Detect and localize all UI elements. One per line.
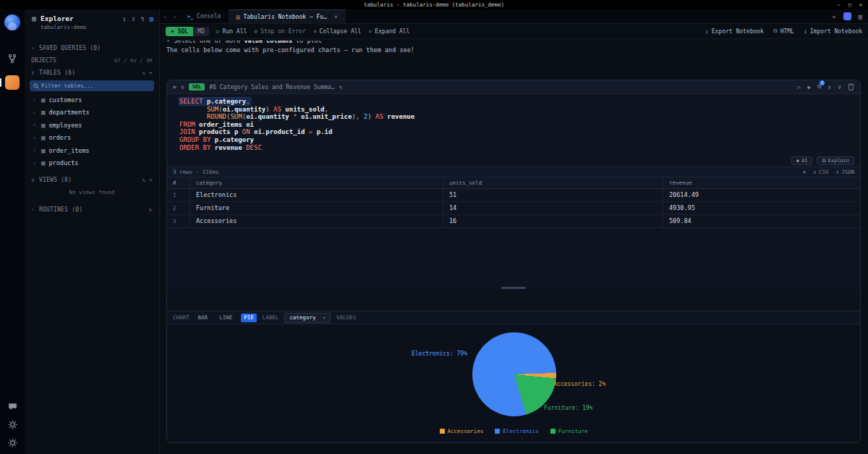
docs-icon[interactable]: ▥ xyxy=(859,13,862,20)
sql-cell: ≡ ∨ SQL #6 Category Sales and Revenue Su… xyxy=(166,80,861,443)
results-toolbar: 3 rows · 116ms ✕ ↧CSV ↧JSON xyxy=(167,167,860,177)
cell-header: ≡ ∨ SQL #6 Category Sales and Revenue Su… xyxy=(167,80,860,94)
app-logo[interactable] xyxy=(4,14,20,30)
resize-handle[interactable] xyxy=(501,287,526,289)
collapse-icon: « xyxy=(312,30,318,33)
download-icon: ↧ xyxy=(813,169,817,175)
sidebar-table-item[interactable]: ›▦employees xyxy=(25,119,159,132)
refresh-routines-icon[interactable]: ↻ xyxy=(149,206,153,213)
run-cell-icon[interactable]: ▷ xyxy=(797,84,801,91)
settings-gear-icon[interactable] xyxy=(8,420,17,429)
preferences-gear-icon[interactable] xyxy=(8,438,17,447)
collapse-cell-icon[interactable]: ∨ xyxy=(181,84,184,91)
chevron-right-icon: › xyxy=(33,109,38,116)
minimize-button[interactable]: — xyxy=(837,2,840,8)
routines-section[interactable]: › ROUTINES (0) ↻ xyxy=(25,203,159,216)
add-sql-cell-button[interactable]: + SQL xyxy=(166,27,193,36)
pie-label-furniture: Furniture: 19% xyxy=(544,405,592,411)
pie-label-electronics: Electronics: 79% xyxy=(380,350,467,357)
values-label: VALUES xyxy=(336,314,356,321)
ai-sparkle-icon[interactable]: ◆ xyxy=(807,84,811,91)
chevron-right-icon: › xyxy=(33,160,38,167)
add-table-icon[interactable]: + xyxy=(149,70,153,76)
saved-queries-section[interactable]: › SAVED QUERIES (0) xyxy=(25,42,159,54)
stop-on-error-button[interactable]: ⊘Stop on Error xyxy=(254,28,305,35)
results-row[interactable]: 1Electronics5120614.49 xyxy=(167,189,860,202)
csv-label: CSV xyxy=(819,169,829,175)
run-all-button[interactable]: ▷Run All xyxy=(216,28,247,35)
expand-all-button[interactable]: »Expand All xyxy=(368,28,409,35)
add-view-icon[interactable]: + xyxy=(149,177,153,183)
sidebar-table-item[interactable]: ›▦departments xyxy=(25,106,159,119)
close-window-button[interactable]: ✕ xyxy=(859,2,862,8)
bolt-icon[interactable]: ↯ xyxy=(140,15,144,22)
console-tab-label: Console xyxy=(197,13,221,20)
move-down-icon[interactable]: ∨ xyxy=(838,84,841,91)
tab-console[interactable]: >_ Console xyxy=(180,9,229,23)
label-field-select[interactable]: category ▾ xyxy=(284,313,331,323)
maximize-button[interactable]: ▢ xyxy=(848,2,851,8)
search-icon xyxy=(33,83,39,89)
chevron-down-icon: ▾ xyxy=(323,315,326,320)
active-connection-icon[interactable] xyxy=(5,75,20,90)
export-notebook-label: Export Notebook xyxy=(712,28,764,35)
run-all-label: Run All xyxy=(223,28,247,35)
clear-results-icon[interactable]: ✕ xyxy=(803,169,807,175)
panel-toggle-icon[interactable]: ▥ xyxy=(150,15,153,22)
chat-icon[interactable] xyxy=(8,402,17,411)
export-icon: ↧ xyxy=(705,28,709,35)
tab-notebook[interactable]: ▤ Tabularis Notebook — Fu… × xyxy=(229,9,346,23)
notebook-icon: ▤ xyxy=(237,14,240,20)
sidebar-table-item[interactable]: ›▦products xyxy=(25,157,159,170)
sidebar-table-item[interactable]: ›▦customers xyxy=(25,93,159,106)
results-row[interactable]: 3Accessories16509.84 xyxy=(167,215,860,228)
table-filter-input[interactable] xyxy=(30,80,154,91)
delete-cell-icon[interactable] xyxy=(848,83,854,91)
pie-chart[interactable] xyxy=(472,332,556,416)
history-back-icon[interactable]: ‹ xyxy=(160,9,170,23)
refresh-tables-icon[interactable]: ↻ xyxy=(142,70,146,76)
chart-type-line-button[interactable]: LINE xyxy=(216,314,235,322)
results-row[interactable]: 2Furniture144930.95 xyxy=(167,202,860,215)
rename-cell-icon[interactable]: ✎ xyxy=(339,84,343,91)
download-icon[interactable]: ↧ xyxy=(132,15,135,22)
copy-cell-icon[interactable]: ⧉1 xyxy=(817,83,822,91)
export-csv-button[interactable]: ↧CSV xyxy=(813,169,828,175)
refresh-views-icon[interactable]: ↻ xyxy=(142,177,146,183)
collapse-all-label: Collapse All xyxy=(320,28,362,35)
chevron-down-icon: ∨ xyxy=(31,177,36,183)
branch-icon[interactable] xyxy=(7,54,17,64)
table-icon: ▦ xyxy=(41,96,45,104)
history-forward-icon[interactable]: › xyxy=(170,9,180,23)
add-md-cell-button[interactable]: MD xyxy=(193,27,209,36)
routines-label: ROUTINES (0) xyxy=(39,206,82,213)
upload-icon[interactable]: ↥ xyxy=(122,15,126,22)
export-notebook-button[interactable]: ↧Export Notebook xyxy=(705,28,764,35)
chart-type-bar-button[interactable]: BAR xyxy=(195,314,211,322)
sidebar-table-item[interactable]: ›▦orders xyxy=(25,132,159,145)
drag-handle-icon[interactable]: ≡ xyxy=(173,84,176,91)
close-tab-icon[interactable]: × xyxy=(334,14,338,20)
sidebar-table-item[interactable]: ›▦order_items xyxy=(25,144,159,157)
import-notebook-button[interactable]: ↥Import Notebook xyxy=(804,28,862,35)
explain-button[interactable]: ⧉Explain xyxy=(817,156,854,165)
sql-editor[interactable]: SELECT p.category, SUM(oi.quantity) AS u… xyxy=(167,94,860,155)
toolbar-right: ↧Export Notebook ⧉HTML ↥Import Notebook xyxy=(705,28,862,35)
ai-button[interactable]: ◆AI xyxy=(791,156,813,165)
chart-type-pie-button[interactable]: PIE xyxy=(241,314,257,322)
section-divider xyxy=(167,290,860,311)
activity-rail xyxy=(0,9,25,454)
views-section[interactable]: ∨ VIEWS (0) ↻ + xyxy=(25,174,159,186)
export-json-button[interactable]: ↧JSON xyxy=(835,169,854,175)
tab-bar: ‹ › >_ Console ▤ Tabularis Notebook — Fu… xyxy=(160,9,868,24)
markdown-line-1: • Select one or more value columns to pl… xyxy=(166,41,861,46)
ai-assistant-icon[interactable] xyxy=(843,12,851,20)
notification-badge: 1 xyxy=(820,80,825,85)
tables-section[interactable]: ∨ TABLES (6) ↻ + xyxy=(25,67,159,79)
move-up-icon[interactable]: ∧ xyxy=(827,84,831,91)
new-tab-icon[interactable]: + xyxy=(832,13,835,20)
collapse-all-button[interactable]: «Collapse All xyxy=(313,28,362,35)
json-label: JSON xyxy=(841,169,854,175)
html-export-button[interactable]: ⧉HTML xyxy=(773,28,794,35)
app-body: ▦ Explorer tabularis-demo ↥ ↧ ↯ ▥ › SAVE… xyxy=(0,9,868,454)
